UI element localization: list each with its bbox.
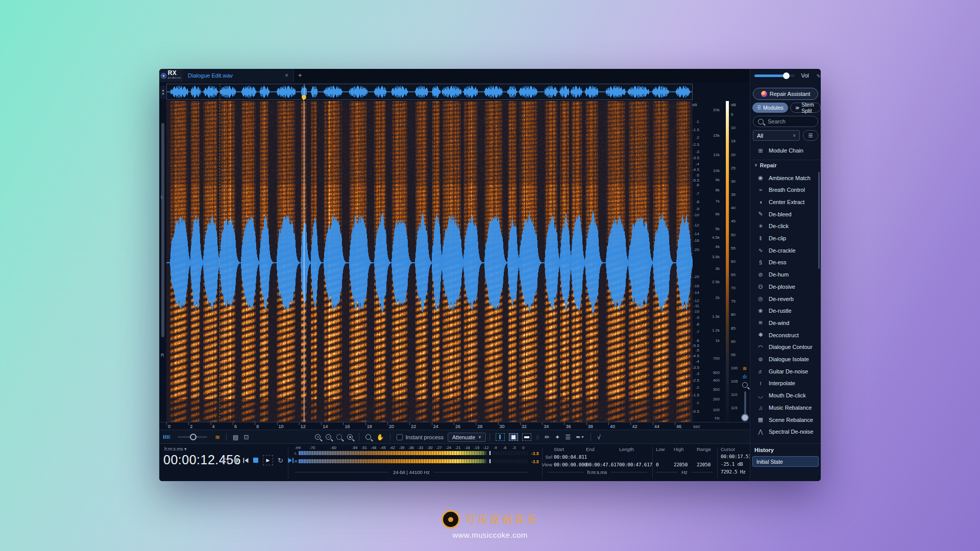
freq-range-value[interactable]: 22050: [697, 462, 710, 467]
draw-curve-tool-icon[interactable]: √: [597, 434, 601, 441]
module-item-guitar-de-noise[interactable]: ♬Guitar De-noise: [750, 365, 821, 377]
module-list-scrollbar[interactable]: [818, 172, 820, 269]
module-item-de-bleed[interactable]: ✎De-bleed: [750, 208, 821, 220]
view-start-value[interactable]: 00:00:00.000: [554, 462, 587, 467]
module-item-interpolate[interactable]: ≀Interpolate: [750, 378, 821, 389]
record-button[interactable]: [234, 458, 238, 463]
watermark: ☻ 可乐原创音乐 www.musiccoke.com: [0, 510, 980, 539]
module-item-music-rebalance[interactable]: ♫Music Rebalance: [750, 402, 821, 413]
signal-meter-icon[interactable]: ∿: [815, 72, 821, 79]
volume-slider[interactable]: [754, 74, 795, 77]
scale-tick-label: 115: [731, 406, 741, 410]
lasso-tool-icon[interactable]: ◌: [536, 434, 540, 441]
freq-low-value[interactable]: 0: [656, 462, 658, 467]
module-search[interactable]: [753, 116, 818, 127]
history-item-selected[interactable]: Initial State: [752, 456, 819, 467]
spectrogram-canvas[interactable]: [166, 101, 693, 422]
spectrogram-opacity-icon[interactable]: ≋: [215, 434, 220, 441]
module-chain-item[interactable]: ⊞ Module Chain: [750, 144, 821, 157]
overview-expand-control[interactable]: ▲▼: [160, 86, 166, 99]
module-item-de-crackle[interactable]: ∿De-crackle: [750, 244, 821, 256]
chevron-down-icon: ∨: [478, 435, 481, 439]
module-item-de-plosive[interactable]: ʘDe-plosive: [750, 281, 821, 292]
time-ruler[interactable]: sec 024681012141618202224262830323436384…: [159, 422, 750, 430]
audio-format-label: 24-bit | 44100 Hz: [295, 469, 528, 475]
category-filter-dropdown[interactable]: All ∨: [753, 130, 800, 141]
zoom-fit-icon[interactable]: ●: [347, 434, 353, 440]
clipboard-icon[interactable]: ▤: [233, 434, 238, 441]
de-click-icon: ✳: [757, 223, 764, 230]
volume-slider-knob[interactable]: [783, 72, 790, 79]
waveform-spectrogram-blend-slider[interactable]: [178, 436, 207, 438]
magic-wand-tool-icon[interactable]: ✦: [555, 434, 560, 441]
annotation-icon[interactable]: ⊡: [243, 434, 249, 441]
grab-hand-tool-icon[interactable]: ✋: [376, 434, 384, 441]
freq-high-value[interactable]: 22050: [674, 462, 688, 467]
module-item-de-wind[interactable]: ≋De-wind: [750, 317, 821, 329]
module-item-mouth-de-click[interactable]: ◡Mouth De-click: [750, 390, 821, 402]
time-frequency-selection-tool[interactable]: [509, 433, 518, 441]
module-item-de-clip[interactable]: ‖De-clip: [750, 233, 821, 244]
process-mode-dropdown[interactable]: Attenuate ∨: [448, 433, 486, 442]
scale-tick-label: -8: [685, 322, 699, 327]
new-tab-button[interactable]: +: [298, 71, 302, 79]
module-item-de-hum[interactable]: ⊘De-hum: [750, 269, 821, 281]
frequency-selection-tool[interactable]: [522, 433, 531, 441]
time-format-selector[interactable]: h:m:s.ms ▾: [164, 446, 187, 452]
sel-start-value[interactable]: 00:00:04.811: [554, 454, 587, 460]
module-item-de-click[interactable]: ✳De-click: [750, 220, 821, 232]
feather-tool-icon[interactable]: ✒▼: [576, 434, 584, 441]
go-to-start-button[interactable]: [243, 458, 249, 463]
module-item-spectral-de-noise[interactable]: ⋀Spectral De-noise: [750, 426, 821, 438]
module-item-de-reverb[interactable]: ◎De-reverb: [750, 293, 821, 305]
play-button[interactable]: ▶: [263, 455, 273, 465]
module-item-breath-control[interactable]: ≈Breath Control: [750, 184, 821, 196]
time-selection-tool[interactable]: [496, 433, 505, 441]
list-options-button[interactable]: ☰: [803, 130, 818, 141]
monitor-headphones-icon[interactable]: [222, 457, 229, 464]
module-item-deconstruct[interactable]: ✱Deconstruct: [750, 329, 821, 341]
module-item-dialogue-contour[interactable]: ◠Dialogue Contour: [750, 341, 821, 353]
view-row-label: View: [536, 462, 552, 467]
waveform-opacity-icon[interactable]: [163, 434, 170, 440]
tab-stem-split[interactable]: ⋔ Stem Split: [790, 103, 821, 113]
play-selection-button[interactable]: [288, 458, 294, 463]
adjust-lines-icon[interactable]: ☰: [565, 434, 571, 441]
instant-process-checkbox[interactable]: [397, 434, 403, 440]
repair-assistant-button[interactable]: Repair Assistant: [753, 88, 818, 100]
module-item-de-ess[interactable]: §De-ess: [750, 257, 821, 268]
de-reverb-icon: ◎: [757, 295, 764, 302]
repair-section-header[interactable]: ∨ Repair: [750, 160, 821, 170]
module-item-scene-rebalance[interactable]: ▦Scene Rebalance: [750, 414, 821, 425]
module-item-de-rustle[interactable]: ❀De-rustle: [750, 305, 821, 317]
magnify-tool-icon[interactable]: [365, 434, 371, 440]
module-item-center-extract[interactable]: ◑Center Extract: [750, 196, 821, 208]
scale-tick-label: 50: [731, 232, 741, 237]
loop-playback-button[interactable]: ↻: [278, 457, 283, 464]
scale-tick-label: 5: [731, 112, 741, 117]
de-crackle-icon: ∿: [757, 247, 764, 254]
zoom-in-icon[interactable]: +: [315, 434, 321, 440]
zoom-selection-icon[interactable]: [336, 434, 342, 440]
view-end-value[interactable]: 00:00:47.617: [586, 462, 619, 467]
blend-slider-knob[interactable]: [190, 434, 197, 440]
spectrogram-mode-icon[interactable]: ≋: [740, 365, 749, 372]
vertical-scrollbar[interactable]: [161, 123, 164, 337]
overview-canvas[interactable]: [167, 84, 692, 99]
ruler-tick-label: 38: [588, 424, 593, 429]
file-tab[interactable]: Dialogue Edit.wav ×: [183, 69, 294, 82]
zoom-in-vertical-icon[interactable]: [740, 382, 749, 389]
waveform-mode-icon[interactable]: ılı: [740, 373, 749, 380]
module-item-ambience-match[interactable]: ◉Ambience Match: [750, 172, 821, 184]
zoom-out-icon[interactable]: −: [326, 434, 331, 440]
view-length-value[interactable]: 00:00:47.617: [619, 462, 652, 467]
stop-button[interactable]: [253, 458, 258, 463]
brush-tool-icon[interactable]: ✏: [545, 434, 550, 441]
scale-tick-label: -16: [685, 238, 699, 242]
vertical-zoom-knob[interactable]: [741, 414, 749, 421]
module-item-dialogue-isolate[interactable]: ⊜Dialogue Isolate: [750, 354, 821, 365]
ruler-tick-label: 20: [389, 424, 394, 429]
search-input[interactable]: [767, 118, 810, 125]
tab-close-icon[interactable]: ×: [285, 72, 288, 79]
tab-modules[interactable]: ☰ Modules: [752, 103, 788, 113]
